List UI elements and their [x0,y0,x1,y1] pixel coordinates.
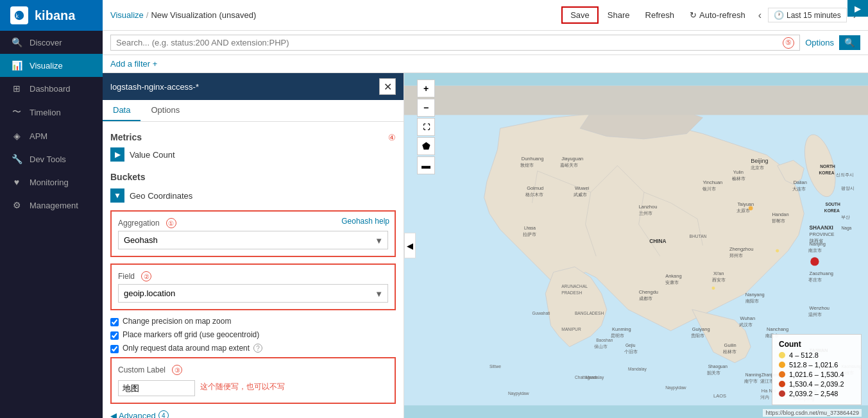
svg-text:Xi'an: Xi'an [713,271,724,276]
advanced-link[interactable]: ◀ Advanced 4 [110,410,396,418]
sidebar-item-label-management: Management [30,201,78,210]
svg-text:CHINA: CHINA [649,238,666,244]
svg-text:榆林市: 榆林市 [732,176,745,181]
svg-text:Lhasa: Lhasa [524,226,536,230]
svg-text:ARUNACHAL: ARUNACHAL [561,284,588,288]
svg-text:Wenzhou: Wenzhou [810,305,830,311]
legend-dot-1 [779,352,785,358]
search-input[interactable] [116,38,794,47]
checkbox-precision-input[interactable] [110,318,119,326]
svg-text:兰州市: 兰州市 [639,211,652,215]
custom-label-input[interactable] [118,380,195,396]
legend-dot-5 [779,390,785,397]
advanced-link-label: ◀ Advanced [110,411,156,419]
legend-item-5: 2,039.2 – 2,548 [779,390,855,397]
svg-text:成都市: 成都市 [639,296,652,301]
draw-rectangle-button[interactable]: ▬ [417,156,435,174]
svg-text:Handan: Handan [772,212,788,217]
svg-text:北京市: 北京市 [751,165,764,171]
metric-item: ▶ Value Count [110,147,396,162]
geo-expand-icon[interactable]: ▼ [110,188,124,203]
breadcrumb-separator: / [146,10,149,20]
checkbox-precision-label: Change precision on map zoom [123,317,231,326]
top-bar-actions: Save Share Refresh ↻Auto-refresh ‹ 🕐 Las… [561,6,860,24]
svg-text:桂林市: 桂林市 [722,349,736,354]
svg-text:평양시: 평양시 [841,186,855,190]
svg-text:BANGLADESH: BANGLADESH [575,311,604,315]
help-icon[interactable]: ? [253,344,262,353]
legend-range-2: 512.8 – 1,021.6 [789,361,838,369]
svg-rect-4 [404,86,868,115]
options-link[interactable]: Options [805,38,834,47]
custom-label-badge: ③ [172,365,182,375]
time-range-label: Last 15 minutes [787,11,841,20]
tab-data[interactable]: Data [103,100,140,121]
time-range[interactable]: 🕐 Last 15 minutes [768,8,847,22]
add-filter-button[interactable]: Add a filter + [110,59,157,69]
dashboard-icon: ⊞ [10,83,23,94]
sidebar-item-label-devtools: Dev Tools [30,155,66,164]
close-panel-button[interactable]: ✕ [379,78,396,95]
svg-text:KOREA: KOREA [824,208,840,213]
svg-text:Mandalay: Mandalay [628,367,647,372]
svg-text:Dalian: Dalian [794,180,807,185]
zoom-out-button[interactable]: − [417,99,435,117]
viz-area: logstash-nginx-access-* ▶ ✕ Data Options… [103,73,868,418]
svg-text:Zhengzhou: Zhengzhou [729,246,753,252]
save-button[interactable]: Save [561,6,599,24]
sidebar-item-dashboard[interactable]: ⊞ Dashboard [0,77,103,100]
sidebar-item-discover[interactable]: 🔍 Discover [0,31,103,54]
nav-prev-button[interactable]: ‹ [754,8,765,22]
refresh-button[interactable]: Refresh [639,8,681,22]
svg-text:Dunhuang: Dunhuang [522,156,543,162]
panel-content: Metrics ④ ▶ Value Count Buckets ▼ Geo Co… [103,122,404,418]
svg-text:Baoshan: Baoshan [596,338,613,342]
zoom-in-button[interactable]: + [417,79,435,97]
field-select[interactable]: geoip.location [118,284,388,303]
annotation-text: 这个随便写，也可以不写 [200,381,285,392]
search-button[interactable]: 🔍 [839,35,860,50]
svg-text:Chattogram: Chattogram [575,375,597,380]
svg-point-112 [776,249,779,253]
aggregation-badge: ① [166,218,176,228]
sidebar: k kibana 🔍 Discover 📊 Visualize ⊞ Dashbo… [0,0,103,418]
checkbox-geocentroid-input[interactable] [110,331,119,340]
svg-text:Zaozhuang: Zaozhuang [810,271,833,276]
svg-text:Naga: Naga [841,226,851,231]
sidebar-item-apm[interactable]: ◈ APM [0,124,103,147]
buckets-title: Buckets [110,172,396,182]
metric-expand-icon[interactable]: ▶ [110,147,124,162]
map-container: ◀ + − ⛶ ⬟ ▬ [404,73,868,418]
svg-text:Nanchang: Nanchang [767,326,788,332]
svg-text:Chengdu: Chengdu [639,289,658,295]
legend-range-3: 1,021.6 – 1,530.4 [789,371,844,378]
field-label: Field ② [118,271,388,281]
sidebar-item-timelion[interactable]: 〜 Timelion [0,100,103,124]
svg-text:个旧市: 个旧市 [624,349,638,354]
svg-text:拉萨市: 拉萨市 [523,232,536,237]
sidebar-item-monitoring[interactable]: ♥ Monitoring [0,171,103,194]
custom-label-section: Custom Label ③ 这个随便写，也可以不写 [110,357,396,404]
draw-polygon-button[interactable]: ⬟ [417,137,435,155]
share-button[interactable]: Share [601,8,636,22]
collapse-panel-button[interactable]: ◀ [404,233,416,258]
svg-point-113 [712,287,715,290]
sidebar-item-visualize[interactable]: 📊 Visualize [0,54,103,77]
geo-coord-item: ▼ Geo Coordinates [110,188,396,203]
tab-options[interactable]: Options [140,100,190,121]
geohash-help-link[interactable]: Geohash help [341,217,389,226]
panel-header: logstash-nginx-access-* ▶ ✕ [103,73,404,100]
svg-text:郑州市: 郑州市 [729,253,743,258]
fullscreen-button[interactable]: ⛶ [417,118,435,136]
checkbox-map-extent-input[interactable] [110,345,119,353]
sidebar-item-devtools[interactable]: 🔧 Dev Tools [0,147,103,171]
checkbox-map-extent: Only request data around map extent ? [110,344,396,353]
breadcrumb-parent[interactable]: Visualize [110,10,144,20]
svg-text:MANIPUR: MANIPUR [561,327,581,331]
top-bar: Visualize / New Visualization (unsaved) … [103,0,868,31]
aggregation-select[interactable]: Geohash [118,231,388,249]
sidebar-item-management[interactable]: ⚙ Management [0,194,103,217]
devtools-icon: 🔧 [10,154,23,164]
geo-coordinates-label: Geo Coordinates [130,191,192,201]
auto-refresh-button[interactable]: ↻Auto-refresh [683,8,752,22]
